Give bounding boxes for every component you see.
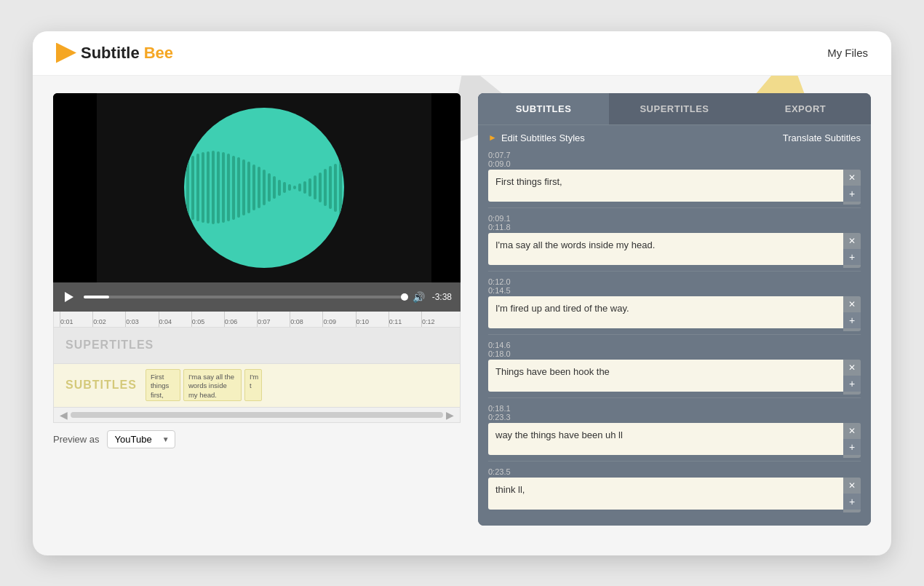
remove-subtitle-button[interactable]: ✕ bbox=[843, 423, 861, 439]
ruler-mark: 0:02 bbox=[92, 312, 125, 327]
progress-fill bbox=[84, 296, 109, 298]
waveform-bar bbox=[207, 151, 210, 223]
time-display: -3:38 bbox=[432, 292, 452, 302]
logo: SubtitleBee bbox=[56, 43, 173, 63]
subtitle-textarea[interactable]: First things first, bbox=[488, 170, 843, 202]
subtitle-textarea[interactable]: Things have been hook the bbox=[488, 360, 843, 392]
waveform-bar bbox=[319, 173, 322, 203]
volume-icon[interactable]: 🔊 bbox=[413, 291, 425, 303]
add-subtitle-button[interactable]: + bbox=[843, 312, 861, 328]
ruler-mark: 0:07 bbox=[257, 312, 290, 327]
waveform-bar bbox=[273, 176, 276, 199]
preview-select-wrapper: YouTubeFacebookTwitterInstagram bbox=[107, 430, 175, 448]
subtitle-textarea[interactable]: think ll, bbox=[488, 478, 843, 510]
subtitle-textarea[interactable]: I'm fired up and tired of the way. bbox=[488, 296, 843, 328]
add-subtitle-button[interactable]: + bbox=[843, 376, 861, 392]
waveform-bar bbox=[314, 175, 316, 199]
scroll-left-arrow[interactable]: ◀ bbox=[57, 409, 71, 421]
subtitle-row: I'ma say all the words inside my head. ✕… bbox=[488, 233, 861, 268]
subtitle-textarea-wrapper: way the things have been uh ll bbox=[488, 423, 843, 458]
timeline-chip-3[interactable]: I'm t bbox=[244, 369, 262, 401]
time-range: 0:23.5 bbox=[488, 467, 861, 476]
video-center bbox=[97, 93, 431, 282]
add-subtitle-button[interactable]: + bbox=[843, 439, 861, 455]
waveform-bar bbox=[329, 166, 332, 209]
time-end: 0:14.5 bbox=[488, 286, 861, 295]
ruler-mark: 0:04 bbox=[159, 312, 191, 327]
remove-subtitle-button[interactable]: ✕ bbox=[843, 296, 861, 312]
remove-subtitle-button[interactable]: ✕ bbox=[843, 170, 861, 186]
tab-supertitles[interactable]: SUPERTITLES bbox=[609, 93, 740, 124]
time-start: 0:14.6 bbox=[488, 341, 861, 349]
preview-row: Preview as YouTubeFacebookTwitterInstagr… bbox=[53, 423, 461, 456]
ruler-mark: 0:12 bbox=[421, 312, 454, 327]
logo-text-bee: Bee bbox=[144, 44, 173, 63]
scroll-right-arrow[interactable]: ▶ bbox=[443, 409, 457, 421]
waveform-bar bbox=[308, 178, 311, 196]
subtitle-row: way the things have been uh ll ✕ + bbox=[488, 423, 861, 458]
subtitle-textarea-wrapper: think ll, bbox=[488, 478, 843, 512]
ruler-mark: 0:08 bbox=[290, 312, 322, 327]
tabs-row: SUBTITLESSUPERTITLESEXPORT bbox=[478, 93, 871, 124]
edit-styles-button[interactable]: ► Edit Subtitles Styles bbox=[488, 132, 585, 143]
remove-subtitle-button[interactable]: ✕ bbox=[843, 360, 861, 376]
preview-select[interactable]: YouTubeFacebookTwitterInstagram bbox=[107, 430, 175, 448]
video-black-left bbox=[53, 93, 97, 312]
subtitle-textarea[interactable]: way the things have been uh ll bbox=[488, 423, 843, 455]
waveform-bar bbox=[303, 181, 306, 194]
add-subtitle-button[interactable]: + bbox=[843, 186, 861, 202]
my-files-link[interactable]: My Files bbox=[827, 47, 868, 59]
divider bbox=[488, 334, 861, 335]
subtitle-row: Things have been hook the ✕ + bbox=[488, 360, 861, 395]
supertitles-track: SUPERTITLES bbox=[54, 328, 460, 364]
tab-subtitles[interactable]: SUBTITLES bbox=[478, 93, 609, 124]
header: SubtitleBee My Files bbox=[33, 31, 891, 76]
subtitle-actions: ✕ + bbox=[843, 170, 861, 205]
time-start: 0:18.1 bbox=[488, 404, 861, 413]
time-end: 0:11.8 bbox=[488, 223, 861, 231]
main-content: 🔊 -3:38 0:010:020:030:040:050:060:070:08… bbox=[33, 76, 891, 543]
progress-bar[interactable] bbox=[84, 296, 405, 298]
timeline-ruler: 0:010:020:030:040:050:060:070:080:090:10… bbox=[54, 312, 460, 328]
subtitle-textarea-wrapper: I'ma say all the words inside my head. bbox=[488, 233, 843, 268]
scroll-thumb[interactable] bbox=[71, 412, 443, 418]
translate-button[interactable]: Translate Subtitles bbox=[783, 132, 861, 143]
play-button[interactable] bbox=[62, 290, 76, 304]
left-panel: 🔊 -3:38 0:010:020:030:040:050:060:070:08… bbox=[53, 93, 461, 526]
remove-subtitle-button[interactable]: ✕ bbox=[843, 233, 861, 249]
subtitle-item: 0:23.5 think ll, ✕ + bbox=[488, 467, 861, 512]
waveform-bar bbox=[186, 157, 189, 218]
waveform-bar bbox=[237, 157, 240, 218]
waveform-bar bbox=[191, 156, 194, 220]
waveform-bar bbox=[258, 167, 260, 208]
waveform-bar bbox=[263, 170, 266, 205]
time-end: 0:18.0 bbox=[488, 349, 861, 358]
waveform-bar bbox=[334, 164, 337, 212]
tab-export[interactable]: EXPORT bbox=[740, 93, 871, 124]
ruler-marks: 0:010:020:030:040:050:060:070:080:090:10… bbox=[54, 312, 460, 327]
add-subtitle-button[interactable]: + bbox=[843, 494, 861, 510]
progress-dot bbox=[401, 293, 408, 301]
teal-circle bbox=[184, 108, 344, 268]
timeline-chip-2[interactable]: I'ma say all the words inside my head. bbox=[183, 369, 242, 401]
edit-styles-label: Edit Subtitles Styles bbox=[501, 132, 585, 143]
ruler-mark: 0:06 bbox=[224, 312, 257, 327]
time-start: 0:09.1 bbox=[488, 214, 861, 223]
waveform-bar bbox=[324, 169, 327, 206]
time-end: 0:23.3 bbox=[488, 413, 861, 421]
subtitle-row: First things first, ✕ + bbox=[488, 170, 861, 205]
time-end: 0:09.0 bbox=[488, 159, 861, 168]
subtitle-textarea[interactable]: I'ma say all the words inside my head. bbox=[488, 233, 843, 265]
timeline-chip-1[interactable]: First things first, bbox=[146, 369, 180, 401]
subtitle-textarea-wrapper: I'm fired up and tired of the way. bbox=[488, 296, 843, 331]
waveform-bar bbox=[196, 154, 199, 221]
subtitle-item: 0:09.1 0:11.8 I'ma say all the words ins… bbox=[488, 214, 861, 272]
waveform-bar bbox=[227, 154, 230, 221]
subtitles-track: SUBTITLES First things first, I'ma say a… bbox=[54, 364, 460, 408]
time-start: 0:23.5 bbox=[488, 467, 861, 476]
subtitles-track-label: SUBTITLES bbox=[60, 379, 143, 392]
subtitles-list: 0:07.7 0:09.0 First things first, ✕ + 0:… bbox=[478, 151, 871, 526]
subtitle-item: 0:07.7 0:09.0 First things first, ✕ + bbox=[488, 151, 861, 208]
add-subtitle-button[interactable]: + bbox=[843, 249, 861, 265]
remove-subtitle-button[interactable]: ✕ bbox=[843, 478, 861, 494]
